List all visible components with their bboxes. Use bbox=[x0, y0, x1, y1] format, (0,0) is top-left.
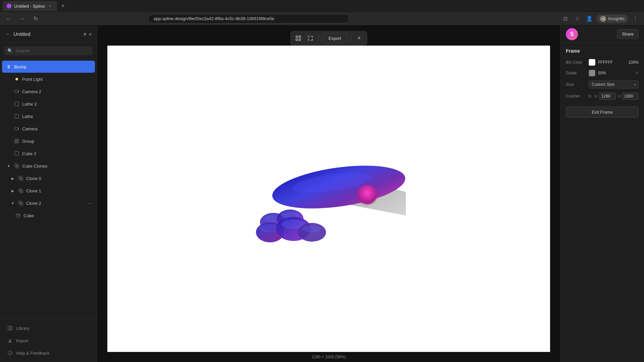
sidebar-item-cube-clones[interactable]: ▼ Cube Clones bbox=[2, 160, 95, 172]
sidebar: ← Untitled ≡ 🔍 Bunny bbox=[0, 25, 97, 362]
profile-icon[interactable]: 👤 bbox=[585, 14, 594, 23]
tab-title: Untitled - Spline bbox=[14, 4, 45, 9]
search-icon: 🔍 bbox=[7, 48, 13, 53]
size-row: Size Custom Size 1280 × 720 644 × 362 … bbox=[566, 80, 639, 88]
import-icon bbox=[7, 338, 13, 343]
bookmark-icon[interactable]: ☆ bbox=[573, 14, 582, 23]
clone2-icon bbox=[18, 200, 23, 206]
sidebar-item-camera2[interactable]: Camera 2 bbox=[2, 85, 95, 98]
nav-back-button[interactable]: ← bbox=[4, 14, 13, 23]
footer-label-import: Import bbox=[16, 338, 29, 343]
sidebar-item-clone1[interactable]: ▶ Clone 1 bbox=[2, 185, 95, 197]
exit-frame-button[interactable]: Exit Frame bbox=[566, 107, 639, 118]
bg-color-row: BG Color FFFFFF 100% bbox=[566, 59, 639, 66]
close-preview-button[interactable]: × bbox=[354, 33, 365, 44]
clone2-collapse-btn[interactable]: – bbox=[89, 201, 91, 206]
sidebar-item-label-camera: Camera bbox=[22, 126, 91, 131]
fullscreen-button[interactable] bbox=[305, 33, 316, 44]
svg-rect-10 bbox=[15, 141, 16, 143]
tab-bar: Untitled - Spline × + bbox=[0, 0, 644, 12]
new-tab-button[interactable]: + bbox=[58, 1, 68, 11]
more-options-icon[interactable]: ⋮ bbox=[631, 14, 640, 23]
search-input[interactable] bbox=[15, 48, 90, 53]
nav-refresh-button[interactable]: ↻ bbox=[31, 14, 40, 23]
size-select[interactable]: Custom Size 1280 × 720 644 × 362 bbox=[589, 80, 639, 88]
svg-point-46 bbox=[303, 225, 321, 233]
footer-item-import[interactable]: Import bbox=[2, 335, 95, 347]
nav-forward-button[interactable]: → bbox=[17, 14, 27, 23]
expand-camera[interactable] bbox=[6, 126, 11, 131]
svg-rect-11 bbox=[17, 141, 19, 143]
clone0-icon bbox=[18, 176, 23, 181]
expand-lathe[interactable] bbox=[6, 114, 11, 119]
sidebar-item-camera[interactable]: Camera bbox=[2, 123, 95, 135]
incognito-badge: 🕵 Incognito bbox=[597, 14, 628, 23]
sidebar-item-cube2[interactable]: Cube 2 bbox=[2, 147, 95, 160]
footer-item-library[interactable]: Library bbox=[2, 322, 95, 334]
expand-cube-clones[interactable]: ▼ bbox=[6, 163, 11, 169]
footer-item-help[interactable]: ? Help & Feedback bbox=[2, 347, 95, 359]
guide-opacity: 50% bbox=[598, 71, 606, 75]
expand-group[interactable] bbox=[6, 138, 11, 144]
svg-rect-5 bbox=[15, 114, 19, 118]
svg-rect-2 bbox=[15, 90, 18, 93]
tab-close-btn[interactable]: × bbox=[48, 3, 53, 9]
screen-cast-icon[interactable]: ⊡ bbox=[560, 14, 570, 23]
height-label: H bbox=[618, 94, 621, 98]
size-select-wrap: Custom Size 1280 × 720 644 × 362 ▼ bbox=[589, 80, 639, 88]
svg-marker-3 bbox=[18, 90, 19, 93]
canvas-toolbar: Export × bbox=[290, 31, 367, 46]
width-input[interactable] bbox=[599, 93, 616, 100]
tab-favicon bbox=[7, 4, 11, 8]
share-button[interactable]: Share bbox=[617, 29, 639, 39]
export-button[interactable]: Export bbox=[323, 34, 347, 43]
sidebar-menu-button[interactable]: ≡ bbox=[89, 32, 92, 37]
width-field: W bbox=[594, 93, 616, 100]
expand-clone0[interactable]: ▶ bbox=[10, 176, 15, 181]
expand-clone1[interactable]: ▶ bbox=[10, 188, 15, 193]
svg-line-23 bbox=[18, 215, 20, 216]
sidebar-item-cube[interactable]: Cube bbox=[2, 209, 95, 222]
panel-section-title: Frame bbox=[566, 48, 639, 54]
group-icon bbox=[14, 138, 19, 144]
toolbar-divider bbox=[318, 35, 319, 42]
camera-icon bbox=[14, 126, 19, 131]
sidebar-item-bunny[interactable]: Bunny bbox=[2, 61, 95, 73]
cube2-icon bbox=[14, 151, 19, 156]
cube-icon bbox=[15, 213, 21, 218]
width-label: W bbox=[594, 94, 598, 98]
sidebar-item-group[interactable]: Group bbox=[2, 135, 95, 147]
sidebar-item-label-clone2: Clone 2 bbox=[26, 201, 86, 206]
address-input[interactable] bbox=[148, 14, 349, 23]
browser-tab[interactable]: Untitled - Spline × bbox=[3, 1, 57, 11]
sidebar-item-lathe[interactable]: Lathe bbox=[2, 110, 95, 122]
right-panel-header: S Share bbox=[560, 25, 644, 43]
expand-camera2[interactable] bbox=[6, 89, 11, 94]
guide-swatch[interactable] bbox=[589, 70, 595, 76]
user-avatar[interactable]: S bbox=[566, 28, 578, 40]
sidebar-item-clone0[interactable]: ▶ Clone 0 bbox=[2, 172, 95, 184]
bg-color-swatch[interactable] bbox=[589, 59, 595, 66]
svg-text:?: ? bbox=[10, 352, 11, 355]
svg-marker-7 bbox=[18, 128, 19, 130]
svg-rect-12 bbox=[15, 152, 19, 156]
svg-rect-31 bbox=[299, 36, 301, 38]
sidebar-back-button[interactable]: ← bbox=[5, 31, 11, 37]
expand-clone2[interactable]: ▼ bbox=[10, 200, 15, 206]
sidebar-item-point-light[interactable]: Point Light bbox=[2, 73, 95, 85]
guide-reset-icon[interactable]: ↺ bbox=[635, 71, 639, 75]
toolbar-divider2 bbox=[351, 35, 351, 42]
expand-cube2[interactable] bbox=[6, 151, 11, 156]
height-input[interactable] bbox=[622, 93, 639, 100]
sidebar-dot bbox=[84, 33, 86, 36]
expand-lathe2[interactable] bbox=[6, 101, 11, 107]
sidebar-item-clone2[interactable]: ▼ Clone 2 – bbox=[2, 197, 95, 209]
svg-rect-33 bbox=[299, 39, 301, 41]
frame-canvas bbox=[107, 46, 550, 352]
custom-row: Custom ⛓ W H bbox=[566, 93, 639, 100]
svg-rect-9 bbox=[17, 139, 19, 141]
fit-view-button[interactable] bbox=[293, 33, 304, 44]
app-container: ← Untitled ≡ 🔍 Bunny bbox=[0, 25, 644, 362]
expand-point-light[interactable] bbox=[6, 76, 11, 82]
sidebar-item-lathe2[interactable]: Lathe 2 bbox=[2, 98, 95, 110]
